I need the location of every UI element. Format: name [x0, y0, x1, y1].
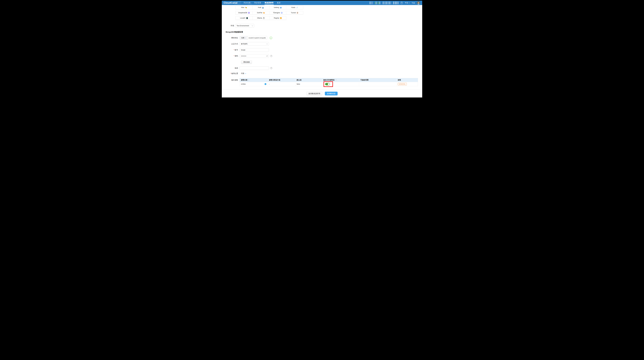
column-header-1: 参数当前运行值 — [268, 78, 296, 82]
auth-method-row: 认证方式 账号密码 — [222, 42, 422, 46]
datasource-tunnel[interactable]: Tunnel — [286, 11, 303, 14]
column-header-5: 标签 — [396, 78, 418, 82]
datasource-ragapi[interactable]: RagApiAi — [269, 16, 286, 20]
sshfile-icon — [263, 12, 265, 14]
redacted-text — [383, 2, 391, 4]
greptimedb-icon — [248, 12, 250, 14]
section-title: MongoDB 数据源设置 — [226, 31, 422, 33]
description-input[interactable] — [240, 66, 269, 70]
param-current-value: - — [268, 82, 296, 86]
datasource-label: Iceberg — [274, 6, 279, 8]
environment-row: 环境 Test Environment — [222, 24, 422, 28]
datasource-hive[interactable]: Hive — [236, 6, 252, 9]
datasource-iceberg[interactable]: Iceberg — [269, 6, 286, 9]
redacted-text — [393, 2, 398, 4]
physical-location-label: *物理位置 — [222, 72, 240, 75]
datasource-kudu[interactable]: Kudu — [286, 6, 303, 9]
datasource-label: GreptimeDB — [238, 12, 247, 14]
chevron-down-icon — [245, 73, 246, 74]
nav-menu: 同步任务同步设置数据源管理配置 — [242, 1, 282, 5]
physical-location-value: 不限 — [241, 72, 244, 75]
language-label: 中文 — [405, 2, 408, 4]
tunnel-icon — [296, 12, 298, 14]
nav-item-sync-tasks[interactable]: 同步任务 — [242, 1, 252, 5]
column-label: 参数当前运行值 — [269, 79, 280, 81]
redacted-text — [370, 2, 373, 4]
host-input[interactable] — [248, 36, 267, 40]
column-header-4: 可修改范围 — [359, 78, 396, 82]
add-host-button[interactable]: + — [270, 36, 272, 39]
description-row: 描述 ? — [222, 66, 422, 70]
datasource-greptimedb[interactable]: GreptimeDB — [236, 11, 252, 14]
extra-params-section: 额外参数 参数名称参数当前运行值默认值修改后的参数值可修改范围标签 isAtla… — [222, 78, 422, 86]
user-avatar[interactable] — [417, 1, 420, 4]
chevron-down-icon — [409, 2, 410, 3]
network-address-group: 内网 — [240, 36, 267, 40]
password-help-icon[interactable]: ? — [270, 55, 272, 57]
datasource-hudi[interactable]: Hudi — [252, 6, 270, 9]
description-label: 描述 — [222, 67, 240, 69]
column-label: 可修改范围 — [360, 79, 369, 81]
physical-location-select[interactable]: 不限 — [241, 72, 246, 75]
redacted-text — [375, 2, 381, 4]
auth-method-select[interactable]: 账号密码 — [240, 42, 269, 46]
datasource-row: HiveHudiIcebergKudu — [236, 6, 303, 9]
nav-item-sync-settings[interactable]: 同步设置 — [252, 1, 263, 5]
eye-invisible-icon[interactable] — [266, 55, 268, 57]
param-name: isAtlas — [241, 83, 246, 85]
app-window: CloudCanal 同步任务同步设置数据源管理配置 ? 中文 Trial Hi… — [222, 1, 422, 98]
datasource-label: Ollama — [257, 17, 262, 19]
hive-icon — [245, 6, 247, 8]
nav-item-datasource-management[interactable]: 数据源管理 — [263, 1, 275, 5]
physical-location-row: *物理位置 不限 — [222, 72, 422, 75]
isatlas-toggle[interactable] — [325, 83, 330, 85]
main-content: HiveHudiIcebergKuduGreptimeDBSshFileTDen… — [222, 5, 422, 86]
top-navbar: CloudCanal 同步任务同步设置数据源管理配置 ? 中文 Trial — [222, 1, 422, 5]
environment-select[interactable]: Test Environment — [235, 24, 254, 28]
datasource-ollama[interactable]: Ollama — [252, 16, 270, 20]
network-address-row: 网络地址 内网 + — [222, 36, 422, 40]
param-default-value: false — [295, 82, 322, 86]
password-row: *密码 ? — [222, 54, 422, 58]
column-header-0: 参数名称 — [240, 78, 268, 82]
navbar-right: ? 中文 Trial — [370, 1, 420, 4]
add-datasource-button[interactable]: 新增数据源 — [325, 92, 338, 96]
tag-badge: GENERAL — [398, 83, 407, 85]
datasource-sshfile[interactable]: SshFile — [252, 11, 270, 14]
network-type-select[interactable]: 内网 — [240, 36, 248, 40]
datasource-label: Tunnel — [291, 12, 296, 14]
sort-icon[interactable] — [248, 79, 249, 81]
param-tag-cell: GENERAL — [396, 82, 418, 86]
password-input[interactable] — [240, 54, 269, 58]
language-switcher[interactable]: 中文 — [405, 2, 410, 4]
back-to-datasource-button[interactable]: 返回数据源管理 — [306, 92, 322, 96]
brand-logo[interactable]: CloudCanal — [224, 2, 238, 4]
datasource-tdengine[interactable]: TDengine — [269, 11, 286, 14]
chevron-down-icon — [245, 37, 246, 38]
filter-icon[interactable] — [335, 79, 337, 81]
iceberg-icon — [280, 6, 282, 8]
datasource-label: LocalAI — [240, 17, 246, 19]
toggle-knob — [328, 83, 330, 85]
ragapi-icon: Ai — [280, 17, 282, 19]
annotation-highlight — [324, 81, 333, 87]
kudu-icon — [296, 6, 298, 8]
datasource-localai[interactable]: LocalAI — [236, 16, 252, 20]
datasource-label: SshFile — [257, 12, 262, 14]
column-label: 默认值 — [297, 79, 302, 81]
column-label: 标签 — [398, 79, 401, 81]
info-icon[interactable]: i — [264, 83, 266, 85]
extra-params-table: 参数名称参数当前运行值默认值修改后的参数值可修改范围标签 isAtlas i -… — [240, 78, 418, 86]
description-help-icon[interactable]: ? — [270, 67, 272, 69]
account-input[interactable] — [240, 48, 269, 52]
chevron-down-icon — [266, 43, 268, 44]
ollama-icon — [263, 17, 265, 19]
test-connection-button[interactable]: 测试连接 — [241, 60, 252, 64]
help-icon[interactable]: ? — [400, 2, 403, 4]
nav-item-config[interactable]: 配置 — [275, 1, 282, 5]
param-modifiable-range — [359, 82, 396, 86]
plan-label: Trial — [412, 2, 415, 4]
hudi-icon — [262, 6, 264, 8]
datasource-label: TDengine — [273, 12, 280, 14]
password-field — [240, 54, 269, 58]
